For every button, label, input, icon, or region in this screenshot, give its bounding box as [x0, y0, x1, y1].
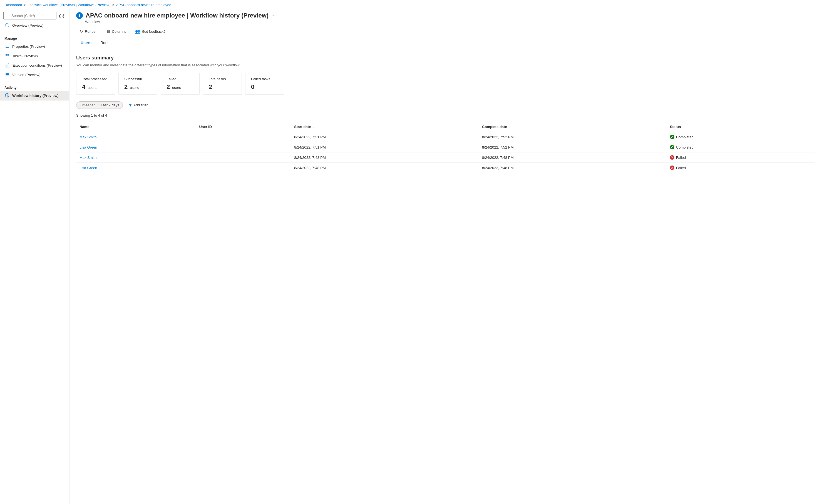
- page-icon: i: [76, 12, 83, 19]
- status-failed: ✕Failed: [670, 166, 812, 170]
- card-successful-label: Successful: [124, 77, 151, 81]
- status-completed-label: Completed: [676, 135, 694, 139]
- col-name: Name: [76, 122, 196, 132]
- page-subtitle: Workflow: [76, 20, 815, 24]
- cell-status-0: ✓Completed: [667, 132, 815, 142]
- card-failed: Failed 2 users: [161, 73, 199, 95]
- feedback-button[interactable]: 👥 Got feedback?: [132, 27, 169, 36]
- timespan-filter-value: Last 7 days: [101, 103, 119, 107]
- page-header: i APAC onboard new hire employee | Workf…: [69, 9, 822, 24]
- card-successful-value: 2: [124, 83, 127, 90]
- search-input[interactable]: [3, 12, 56, 19]
- col-start-date[interactable]: Start date ↓: [291, 122, 479, 132]
- sidebar-divider-1: [0, 32, 69, 32]
- sidebar-overview-label: Overview (Preview): [12, 23, 44, 27]
- refresh-icon: ↻: [79, 29, 83, 34]
- page-title: APAC onboard new hire employee | Workflo…: [86, 12, 269, 19]
- card-total-tasks-label: Total tasks: [209, 77, 236, 81]
- sidebar-collapse-button[interactable]: ❮❮: [56, 12, 67, 19]
- cell-status-2: ✕Failed: [667, 152, 815, 163]
- card-successful-unit: users: [130, 86, 139, 90]
- sidebar-item-overview[interactable]: ⓘ Overview (Preview): [0, 21, 69, 30]
- tab-runs[interactable]: Runs: [96, 38, 114, 48]
- sidebar-workflow-history-label: Workflow history (Preview): [12, 94, 59, 98]
- breadcrumb-dashboard[interactable]: Dashboard: [4, 3, 22, 7]
- status-failed-label: Failed: [676, 166, 686, 170]
- status-completed: ✓Completed: [670, 135, 812, 139]
- card-total-processed: Total processed 4 users: [76, 73, 115, 95]
- add-filter-button[interactable]: ▼ Add filter: [126, 102, 150, 109]
- cell-start-date-3: 8/24/2022, 7:48 PM: [291, 163, 479, 173]
- section-description: You can monitor and investigate the diff…: [76, 63, 815, 67]
- toolbar: ↻ Refresh ▦ Columns 👥 Got feedback?: [69, 24, 822, 38]
- col-status: Status: [667, 122, 815, 132]
- user-name-link-1[interactable]: Lisa Green: [79, 145, 97, 149]
- status-failed-icon: ✕: [670, 166, 675, 170]
- table-header-row: Name User ID Start date ↓ Complete date …: [76, 122, 815, 132]
- user-name-link-3[interactable]: Lisa Green: [79, 166, 97, 170]
- col-complete-date: Complete date: [479, 122, 667, 132]
- sidebar-properties-label: Properties (Preview): [12, 44, 45, 49]
- col-user-id: User ID: [196, 122, 291, 132]
- sidebar-item-tasks[interactable]: ☷ Tasks (Preview): [0, 51, 69, 61]
- sidebar-item-properties[interactable]: ☰ Properties (Preview): [0, 42, 69, 51]
- status-completed-icon: ✓: [670, 145, 675, 149]
- col-start-date-label: Start date: [294, 125, 311, 129]
- card-failed-label: Failed: [166, 77, 194, 81]
- breadcrumb-lifecycle[interactable]: Lifecycle workflows (Preview) | Workflow…: [27, 3, 111, 7]
- sidebar-divider-2: [0, 81, 69, 81]
- cell-complete-date-1: 8/24/2022, 7:52 PM: [479, 142, 667, 152]
- sidebar-execution-label: Execution conditions (Preview): [12, 63, 62, 67]
- info-circle-icon: ⓘ: [4, 23, 9, 28]
- breadcrumb-sep-2: >: [112, 3, 114, 7]
- columns-icon: ▦: [106, 29, 110, 34]
- execution-icon: 📄: [4, 63, 10, 68]
- user-name-link-2[interactable]: Max Smith: [79, 156, 96, 160]
- columns-button[interactable]: ▦ Columns: [103, 27, 129, 36]
- table-row: Lisa Green8/24/2022, 7:48 PM8/24/2022, 7…: [76, 163, 815, 173]
- sidebar-search-wrap: 🔍: [3, 12, 56, 19]
- table-row: Max Smith8/24/2022, 7:48 PM8/24/2022, 7:…: [76, 152, 815, 163]
- properties-icon: ☰: [4, 44, 9, 49]
- more-options-icon[interactable]: ···: [271, 13, 276, 19]
- workflow-history-icon: ⓘ: [4, 93, 9, 98]
- cell-user-id-1: [196, 142, 291, 152]
- cell-start-date-0: 8/24/2022, 7:51 PM: [291, 132, 479, 142]
- tasks-icon: ☷: [4, 53, 9, 58]
- card-failed-value: 2: [166, 83, 170, 90]
- users-table: Name User ID Start date ↓ Complete date …: [76, 122, 815, 173]
- card-failed-tasks: Failed tasks 0: [245, 73, 284, 95]
- main-content-area: i APAC onboard new hire employee | Workf…: [69, 9, 822, 504]
- refresh-button[interactable]: ↻ Refresh: [76, 27, 101, 36]
- card-total-processed-value: 4: [82, 83, 85, 90]
- tab-users[interactable]: Users: [76, 38, 96, 48]
- card-failed-tasks-value: 0: [251, 83, 254, 90]
- breadcrumb-current[interactable]: APAC onboard new hire employee: [116, 3, 171, 7]
- showing-count: Showing 1 to 4 of 4: [76, 113, 815, 117]
- cell-user-id-0: [196, 132, 291, 142]
- cell-status-3: ✕Failed: [667, 163, 815, 173]
- timespan-filter-chip[interactable]: Timespan : Last 7 days: [76, 101, 123, 109]
- section-title: Users summary: [76, 55, 815, 61]
- sidebar-item-version[interactable]: ☰ Version (Preview): [0, 70, 69, 79]
- cell-complete-date-2: 8/24/2022, 7:48 PM: [479, 152, 667, 163]
- user-name-link-0[interactable]: Max Smith: [79, 135, 96, 139]
- cell-name-2: Max Smith: [76, 152, 196, 163]
- tabs-bar: Users Runs: [69, 38, 822, 48]
- card-total-processed-unit: users: [87, 86, 96, 90]
- add-filter-label: Add filter: [133, 103, 147, 107]
- filter-icon: ▼: [128, 103, 132, 107]
- cell-name-0: Max Smith: [76, 132, 196, 142]
- sidebar-tasks-label: Tasks (Preview): [12, 54, 38, 58]
- card-successful: Successful 2 users: [118, 73, 157, 95]
- card-failed-unit: users: [172, 86, 181, 90]
- cell-start-date-1: 8/24/2022, 7:51 PM: [291, 142, 479, 152]
- status-completed-icon: ✓: [670, 135, 675, 139]
- cell-complete-date-0: 8/24/2022, 7:52 PM: [479, 132, 667, 142]
- refresh-label: Refresh: [85, 29, 97, 34]
- sidebar-item-execution[interactable]: 📄 Execution conditions (Preview): [0, 61, 69, 70]
- status-failed: ✕Failed: [670, 155, 812, 160]
- columns-label: Columns: [112, 29, 126, 34]
- sidebar-item-workflow-history[interactable]: ⓘ Workflow history (Preview): [0, 91, 69, 101]
- cell-name-3: Lisa Green: [76, 163, 196, 173]
